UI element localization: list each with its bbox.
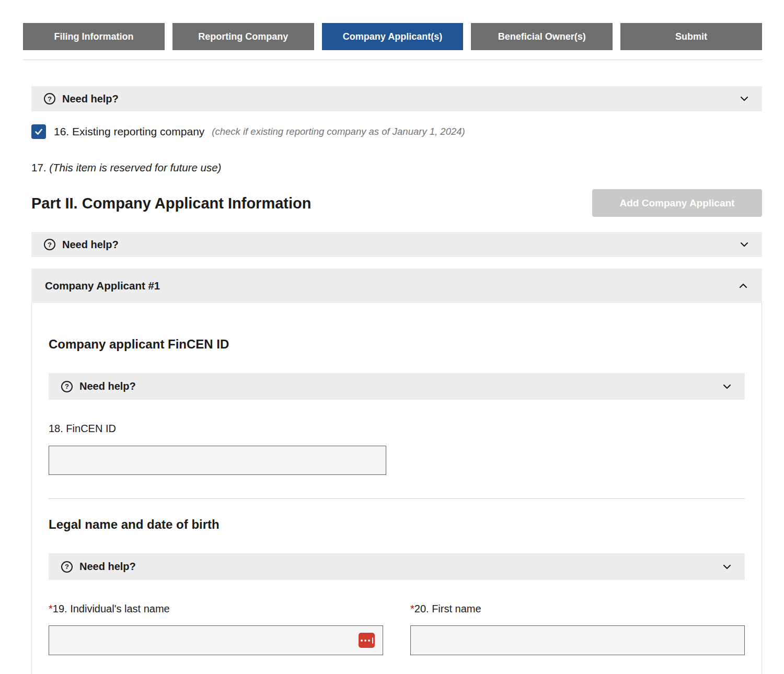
last-name-field: *19. Individual's last name [49, 580, 383, 655]
company-applicant-1-accordion[interactable]: Company Applicant #1 [31, 269, 762, 303]
tab-company-applicants[interactable]: Company Applicant(s) [322, 23, 464, 50]
tab-underline [23, 60, 762, 60]
chevron-down-icon [722, 381, 732, 392]
need-help-accordion-fincen[interactable]: ? Need help? [49, 373, 745, 400]
legal-name-section-title: Legal name and date of birth [49, 517, 745, 532]
item-17-number: 17. [31, 161, 47, 173]
part2-header-row: Part II. Company Applicant Information A… [31, 189, 762, 217]
fincen-id-input[interactable] [49, 446, 386, 475]
first-name-field: *20. First name [410, 580, 745, 655]
existing-reporting-company-checkbox[interactable] [31, 124, 46, 139]
tab-filing-information[interactable]: Filing Information [23, 23, 165, 50]
need-help-accordion-top[interactable]: ? Need help? [31, 86, 762, 111]
first-name-label: *20. First name [410, 602, 745, 615]
chevron-up-icon [738, 281, 748, 291]
item-16-row: 16. Existing reporting company (check if… [31, 124, 762, 139]
name-fields-row: *19. Individual's last name *20. First n… [49, 580, 745, 655]
chevron-down-icon [739, 239, 750, 250]
section-divider [49, 498, 745, 499]
item-17-text: (This item is reserved for future use) [49, 161, 221, 173]
company-applicant-1-panel: Company applicant FinCEN ID ? Need help?… [31, 303, 762, 674]
last-name-input[interactable] [49, 625, 383, 655]
password-manager-autofill-icon[interactable] [359, 633, 375, 648]
check-icon [34, 127, 43, 136]
help-icon: ? [44, 239, 55, 250]
chevron-down-icon [739, 94, 750, 104]
tab-submit[interactable]: Submit [620, 23, 762, 50]
fincen-id-label: 18. FinCEN ID [49, 422, 745, 435]
tab-bar: Filing Information Reporting Company Com… [23, 23, 762, 50]
tab-beneficial-owners[interactable]: Beneficial Owner(s) [471, 23, 613, 50]
company-applicant-1-title: Company Applicant #1 [45, 280, 160, 292]
chevron-down-icon [722, 562, 732, 572]
need-help-label: Need help? [79, 561, 136, 573]
need-help-label: Need help? [79, 380, 136, 392]
tab-reporting-company[interactable]: Reporting Company [172, 23, 314, 50]
page: Filing Information Reporting Company Com… [0, 0, 784, 674]
item-16-label: 16. Existing reporting company [54, 125, 204, 138]
item-17: 17. (This item is reserved for future us… [31, 161, 762, 175]
add-company-applicant-button[interactable]: Add Company Applicant [592, 189, 762, 217]
page-title: Part II. Company Applicant Information [31, 194, 311, 213]
first-name-input[interactable] [410, 625, 745, 655]
need-help-accordion-part2[interactable]: ? Need help? [31, 232, 762, 257]
need-help-label: Need help? [62, 239, 119, 251]
item-16-hint: (check if existing reporting company as … [212, 126, 465, 137]
required-asterisk: * [410, 603, 414, 614]
last-name-label: *19. Individual's last name [49, 602, 383, 615]
help-icon: ? [44, 93, 55, 104]
need-help-label: Need help? [62, 93, 119, 105]
help-icon: ? [61, 381, 73, 392]
help-icon: ? [61, 561, 73, 573]
fincen-id-section-title: Company applicant FinCEN ID [49, 336, 745, 352]
required-asterisk: * [49, 603, 53, 614]
need-help-accordion-legal-name[interactable]: ? Need help? [49, 553, 745, 580]
